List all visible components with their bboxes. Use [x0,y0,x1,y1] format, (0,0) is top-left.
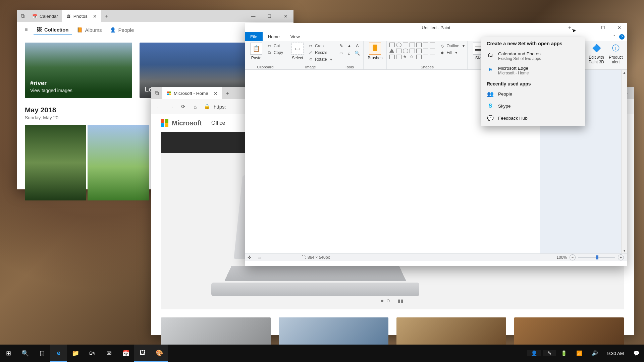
task-view-icon[interactable]: ⌺ [34,345,50,362]
collapse-ribbon-icon[interactable]: ⌃ [613,35,616,39]
taskbar-wifi-icon[interactable]: 📶 [572,350,587,356]
zoom-out-button[interactable]: − [570,254,576,260]
action-center-icon[interactable]: 💬 [629,350,644,356]
ribbon-tab-home[interactable]: Home [263,32,285,41]
photo-thumbnail[interactable] [25,125,86,200]
close-window-button[interactable]: ✕ [611,23,627,32]
nav-collection[interactable]: 🖼 Collection [34,25,72,35]
zoom-in-button[interactable]: + [618,254,624,260]
calendar-icon: 📅 [32,14,37,19]
shape-outline-button[interactable]: ◇Outline▾ [440,43,465,49]
sets-item-calendar-photos[interactable]: 🗂 Calendar and Photos Existing Set of tw… [481,49,585,63]
crop-button[interactable]: ✂Crop [308,43,332,49]
promo-tile[interactable] [514,317,624,348]
fill-tool-icon[interactable]: ▲ [346,43,353,49]
scroll-down-icon[interactable]: ▼ [622,248,627,253]
close-window-button[interactable]: ✕ [277,10,293,22]
previous-tabs-icon[interactable]: ⧉ [151,87,162,99]
taskbar-ink-icon[interactable]: ✎ [543,350,556,356]
forward-icon[interactable]: → [168,104,174,110]
carousel-dot[interactable] [387,299,390,302]
carousel-controls[interactable]: ▮▮ [381,298,404,303]
hamburger-menu-icon[interactable]: ≡ [20,27,32,33]
sets-recent-feedback[interactable]: 💬 Feedback Hub [481,112,585,124]
previous-tabs-icon[interactable]: ⧉ [17,10,28,22]
promo-tile[interactable] [279,317,388,348]
resize-button[interactable]: ⤢Resize [308,49,332,56]
ribbon-tab-view[interactable]: View [285,32,305,41]
new-tab-button[interactable]: ＋ [101,10,112,22]
sets-item-edge[interactable]: e Microsoft Edge Microsoft - Home [481,63,585,78]
close-icon[interactable]: ✕ [93,14,97,19]
hero-card-river[interactable]: #river View tagged images [25,43,132,98]
ms-favicon-icon [166,91,171,96]
tab-calendar[interactable]: 📅 Calendar [28,10,62,22]
nav-albums-label: Albums [85,27,102,33]
minimize-button[interactable]: — [579,23,595,32]
collection-icon: 🖼 [37,27,42,32]
ms-square-icon [161,119,168,127]
taskbar-calendar-icon[interactable]: 📅 [117,345,134,362]
taskbar-store-icon[interactable]: 🛍 [84,345,101,362]
tab-photos[interactable]: 🖼 Photos ✕ [62,10,101,22]
shape-palette[interactable]: ★☆ [389,43,435,59]
help-icon[interactable]: ? [619,34,625,40]
taskbar-edge-icon[interactable]: e [50,345,67,362]
copy-button[interactable]: ⧉Copy [267,49,283,56]
picker-tool-icon[interactable]: ⌕ [346,50,353,56]
taskbar-paint-icon[interactable]: 🎨 [151,345,168,362]
taskbar-people-icon[interactable]: 👤 [527,350,541,356]
promo-tile[interactable] [396,317,506,348]
carousel-pause-icon[interactable]: ▮▮ [398,298,404,303]
new-tab-button[interactable]: ＋ [222,87,233,99]
paste-button[interactable]: 📋 Paste [248,43,265,60]
nav-collection-label: Collection [44,27,69,33]
taskbar-battery-icon[interactable]: 🔋 [556,350,572,356]
text-tool-icon[interactable]: A [354,43,361,49]
people-icon: 👤 [110,27,116,33]
scroll-up-icon[interactable]: ▲ [622,70,627,75]
sets-recent-skype[interactable]: S Skype [481,100,585,112]
zoom-slider[interactable] [578,257,615,258]
select-button[interactable]: ▭ Select [289,43,306,60]
taskbar-photos-icon[interactable]: 🖼 [134,345,151,362]
edit-3d-button[interactable]: 🔷 Edit with Paint 3D [588,43,605,64]
rotate-button[interactable]: ⟲Rotate▾ [308,56,332,63]
taskbar-mail-icon[interactable]: ✉ [101,345,117,362]
photo-thumbnail[interactable] [88,125,149,200]
tab-ms-home[interactable]: Microsoft - Home ✕ [162,87,222,99]
microsoft-logo[interactable]: Microsoft [161,119,202,127]
start-button[interactable]: ⊞ [0,345,17,362]
refresh-icon[interactable]: ⟳ [180,104,186,110]
magnifier-tool-icon[interactable]: 🔍 [354,50,361,56]
vertical-scrollbar[interactable]: ▲ ▼ [621,70,627,253]
maximize-button[interactable]: ☐ [261,10,277,22]
brushes-button[interactable]: Brushes [366,43,384,60]
maximize-button[interactable]: ☐ [595,23,611,32]
taskbar-search-icon[interactable]: 🔍 [17,345,34,362]
product-alert-button[interactable]: ⓘ Product alert [607,43,625,64]
group-caption-image: Image [289,64,332,69]
eraser-tool-icon[interactable]: ▱ [338,50,344,56]
sets-recent-label: Skype [498,104,511,109]
nav-people[interactable]: 👤 People [107,25,138,35]
nav-albums[interactable]: 📙 Albums [73,25,105,35]
close-icon[interactable]: ✕ [214,91,218,96]
taskbar: ⊞ 🔍 ⌺ e 📁 🛍 ✉ 📅 🖼 🎨 👤 ✎ 🔋 📶 🔊 9:30 AM 💬 [0,345,644,362]
ms-nav-office[interactable]: Office [211,120,225,126]
promo-tile[interactable] [161,317,271,348]
back-icon[interactable]: ← [156,104,162,110]
taskbar-explorer-icon[interactable]: 📁 [67,345,84,362]
minimize-button[interactable]: — [245,10,261,22]
taskbar-volume-icon[interactable]: 🔊 [587,350,602,356]
carousel-dot[interactable] [381,300,383,302]
ribbon-tab-file[interactable]: File [245,32,263,41]
alert-l1: Product [609,55,623,60]
pencil-tool-icon[interactable]: ✎ [338,43,344,49]
shape-fill-button[interactable]: ◆Fill▾ [440,49,465,56]
home-icon[interactable]: ⌂ [192,104,199,110]
zoom-control[interactable]: 100% − + [553,254,627,260]
sets-recent-people[interactable]: 👥 People [481,88,585,100]
cut-button[interactable]: ✂Cut [267,43,283,49]
taskbar-clock[interactable]: 9:30 AM [602,351,629,356]
